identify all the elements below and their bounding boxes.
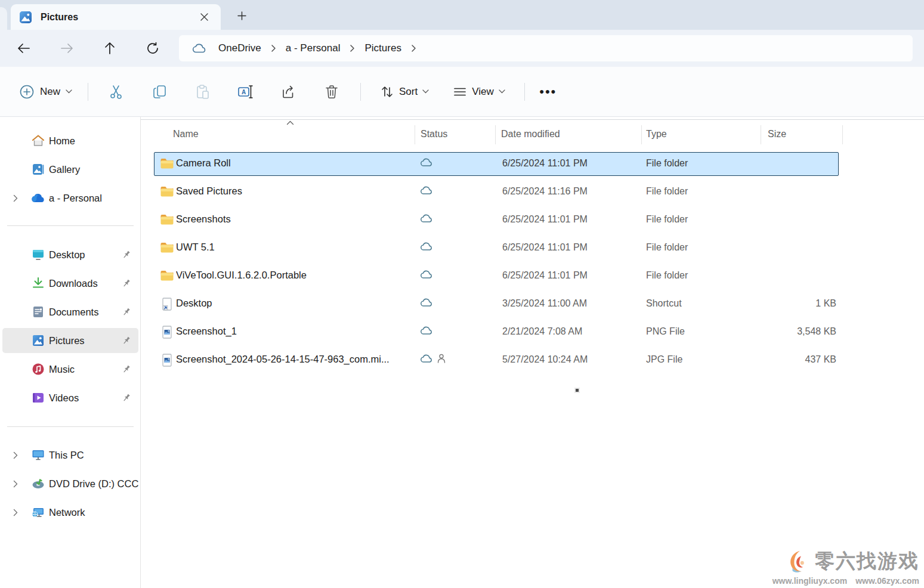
onedrive-cloud-icon [192,43,208,54]
paste-icon[interactable] [189,80,217,104]
tab-bar: Pictures [0,0,924,30]
sidebar-item-label: Documents [49,307,98,318]
chevron-right-icon[interactable] [11,507,20,517]
sidebar-item-dvd-drive[interactable]: DVD Drive (D:) CCC [2,471,138,496]
breadcrumb-item-pictures[interactable]: Pictures [359,39,407,57]
sidebar-item-pictures[interactable]: Pictures [2,328,138,353]
sidebar-item-home[interactable]: Home [2,128,138,153]
pin-icon [120,277,132,289]
sort-icon [380,85,394,99]
navigation-pane: Home Gallery a - Personal Desktop Downlo… [0,117,141,588]
documents-icon [31,305,45,319]
file-row-camera-roll[interactable]: Camera Roll 6/25/2024 11:01 PM File fold… [154,152,839,176]
breadcrumb: OneDrive a - Personal Pictures [179,35,913,61]
delete-icon[interactable] [318,80,345,104]
sidebar-item-label: Videos [49,392,79,404]
file-date-modified: 5/27/2024 10:24 AM [502,354,588,365]
column-header-status[interactable]: Status [421,129,447,140]
image-file-icon [160,325,174,339]
rename-icon[interactable]: A [232,80,259,104]
flame-swirl-logo [786,549,811,574]
column-header-name[interactable]: Name [173,129,199,140]
copy-icon[interactable] [146,80,174,104]
column-divider[interactable] [415,125,415,144]
back-icon[interactable] [12,38,36,59]
file-date-modified: 6/25/2024 11:01 PM [502,158,588,169]
shortcut-icon [160,297,174,311]
sidebar-item-network[interactable]: Network [2,500,138,525]
sidebar-divider [7,225,134,226]
chevron-right-icon[interactable] [11,193,20,203]
cut-icon[interactable] [103,80,131,104]
sidebar-item-label: DVD Drive (D:) CCC [49,478,138,490]
refresh-icon[interactable] [141,38,165,59]
this-pc-icon [31,448,45,462]
column-header-size[interactable]: Size [768,129,786,140]
chevron-right-icon[interactable] [11,479,20,488]
column-header-date-modified[interactable]: Date modified [501,129,560,140]
command-toolbar: New A Sort View ••• [0,67,924,117]
sidebar-item-videos[interactable]: Videos [2,385,138,410]
toolbar-divider [524,83,525,101]
file-row-saved-pictures[interactable]: Saved Pictures 6/25/2024 11:16 PM File f… [154,180,839,204]
column-divider[interactable] [641,125,642,144]
sort-button-label: Sort [399,86,418,98]
view-button[interactable]: View [446,80,512,104]
chevron-right-icon[interactable] [11,450,20,460]
pin-icon [120,335,132,346]
file-date-modified: 2/21/2024 7:08 AM [502,326,582,337]
tab-pictures[interactable]: Pictures [11,4,221,30]
file-row-screenshot-1[interactable]: Screenshot_1 2/21/2024 7:08 AM PNG File … [154,320,839,344]
breadcrumb-chevron-icon[interactable] [271,44,276,52]
sidebar-item-downloads[interactable]: Downloads [2,271,138,296]
breadcrumb-item-personal[interactable]: a - Personal [280,39,347,57]
column-divider[interactable] [761,125,761,144]
sidebar-item-label: Desktop [49,249,85,261]
sidebar-item-music[interactable]: Music [2,357,138,382]
desktop-icon [31,247,45,262]
file-name: Camera Roll [176,157,231,169]
folder-icon [160,157,174,171]
more-icon[interactable]: ••• [534,80,562,104]
sidebar-item-gallery[interactable]: Gallery [2,157,138,182]
sidebar-item-label: Gallery [49,164,80,175]
cloud-status-icon [420,270,434,279]
column-divider[interactable] [842,125,843,144]
new-button[interactable]: New [11,79,81,104]
forward-icon[interactable] [55,38,79,59]
share-icon[interactable] [275,80,302,104]
file-name: Screenshot_1 [176,326,237,337]
file-type: PNG File [646,326,685,337]
breadcrumb-chevron-icon[interactable] [411,44,416,52]
chevron-down-icon [499,89,505,94]
column-header-type[interactable]: Type [646,129,667,140]
file-type: File folder [646,214,688,225]
new-plus-icon [19,84,35,100]
watermark: 零六找游戏 www.lingliuyx.com www.06zyx.com [776,548,919,586]
sidebar-item-documents[interactable]: Documents [2,299,138,324]
pictures-icon [31,333,45,348]
file-row-screenshot-2024[interactable]: Screenshot_2024-05-26-14-15-47-963_com.m… [154,348,839,372]
column-divider[interactable] [495,125,496,144]
breadcrumb-chevron-icon[interactable] [350,44,355,52]
sidebar-item-onedrive-personal[interactable]: a - Personal [2,185,138,211]
file-row-vivetool[interactable]: ViVeTool.GUI.1.6.2.0.Portable 6/25/2024 … [154,264,839,288]
file-row-uwt[interactable]: UWT 5.1 6/25/2024 11:01 PM File folder [154,236,839,260]
pin-icon [120,249,132,261]
sidebar-item-this-pc[interactable]: This PC [2,442,138,468]
sidebar-item-desktop[interactable]: Desktop [2,242,138,267]
new-tab-icon[interactable] [233,7,251,24]
breadcrumb-item-onedrive[interactable]: OneDrive [212,39,267,57]
onedrive-icon [31,191,45,205]
music-icon [31,362,45,376]
sort-button[interactable]: Sort [373,80,436,104]
sidebar-divider [7,426,134,427]
file-date-modified: 6/25/2024 11:16 PM [502,186,588,197]
sidebar-item-label: Home [49,135,75,147]
file-size: 1 KB [691,298,836,309]
folder-icon [160,269,174,283]
file-row-screenshots[interactable]: Screenshots 6/25/2024 11:01 PM File fold… [154,208,839,232]
up-icon[interactable] [98,38,122,59]
close-tab-icon[interactable] [196,9,212,26]
file-row-desktop-shortcut[interactable]: Desktop 3/25/2024 11:00 AM Shortcut 1 KB [154,292,839,316]
